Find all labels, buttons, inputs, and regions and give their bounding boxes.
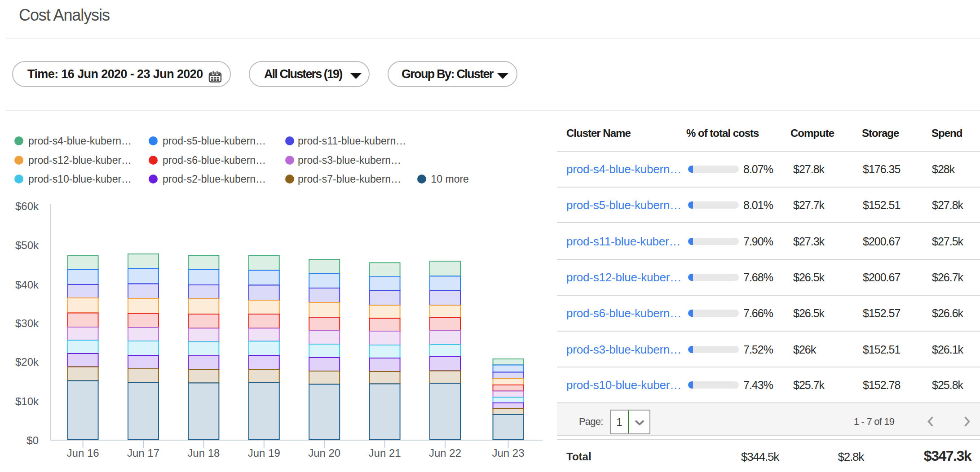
svg-text:$60k: $60k bbox=[15, 200, 39, 212]
svg-text:$20k: $20k bbox=[15, 356, 39, 368]
svg-text:Jun 17: Jun 17 bbox=[127, 447, 159, 459]
svg-text:$0: $0 bbox=[26, 434, 39, 446]
svg-text:$30k: $30k bbox=[15, 317, 39, 329]
svg-text:Jun 16: Jun 16 bbox=[67, 447, 99, 459]
svg-text:$40k: $40k bbox=[15, 279, 39, 291]
svg-text:Jun 19: Jun 19 bbox=[248, 447, 280, 459]
svg-text:Jun 20: Jun 20 bbox=[308, 447, 340, 459]
svg-text:$50k: $50k bbox=[15, 239, 39, 251]
svg-text:Jun 22: Jun 22 bbox=[429, 447, 461, 459]
svg-text:Jun 23: Jun 23 bbox=[492, 447, 524, 459]
svg-text:$10k: $10k bbox=[15, 395, 39, 407]
svg-text:Jun 18: Jun 18 bbox=[187, 447, 220, 459]
svg-text:Jun 21: Jun 21 bbox=[369, 447, 401, 459]
